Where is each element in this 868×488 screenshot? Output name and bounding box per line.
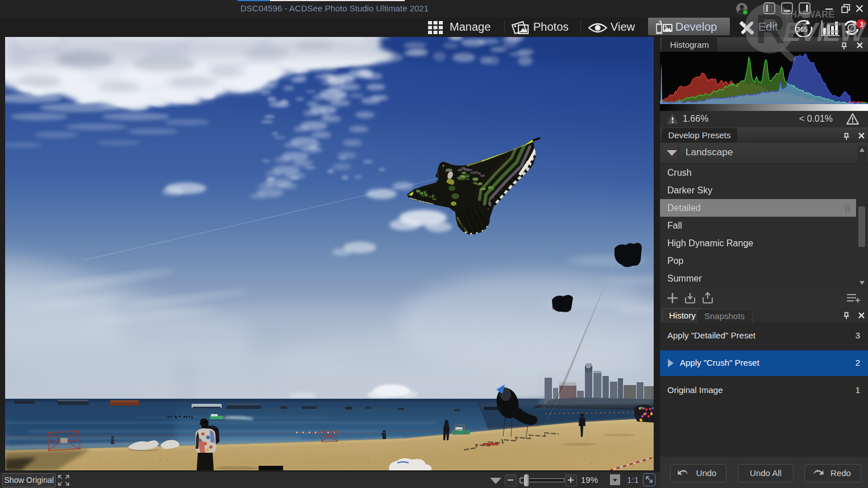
svg-text:1: 1 xyxy=(859,20,863,28)
svg-text:365: 365 xyxy=(796,26,808,34)
